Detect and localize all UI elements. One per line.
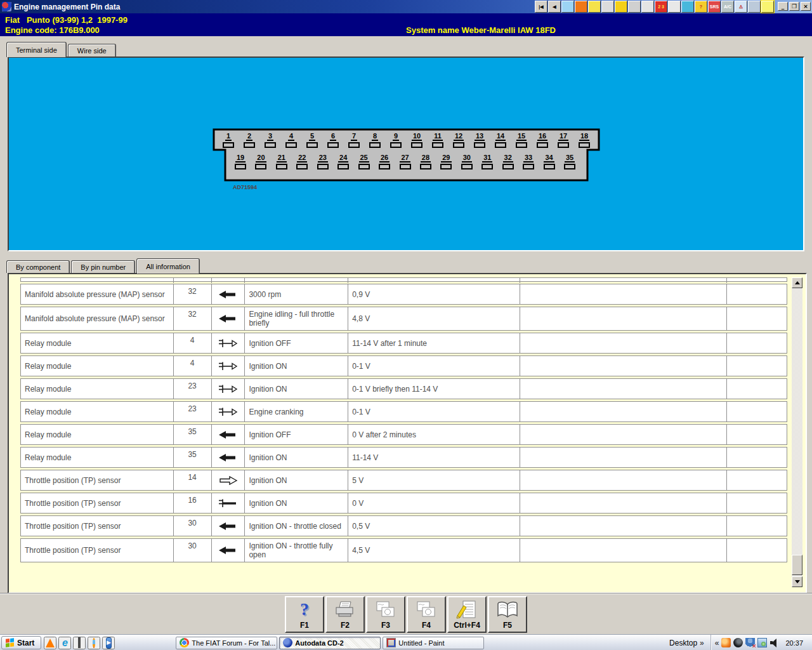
quick-launch-icon[interactable] (88, 637, 100, 649)
tray-icon[interactable] (745, 638, 755, 647)
pin-number: 14 (495, 133, 506, 141)
signal-direction-cell (212, 448, 246, 467)
empty-cell-2 (727, 516, 787, 536)
pin-data-row[interactable]: Relay module 35 (20, 447, 787, 468)
function-key-button[interactable]: ? (447, 596, 487, 633)
pin-slot (276, 164, 287, 169)
tray-icon[interactable] (757, 638, 767, 647)
task-icon (283, 638, 292, 647)
test-equipment-icon[interactable] (601, 1, 614, 13)
quick-launch-icon[interactable]: ▶ (102, 637, 115, 649)
chevron-right-icon[interactable]: » (700, 639, 704, 647)
task-button[interactable]: Autodata CD-2 (279, 637, 381, 649)
component-cell: Relay module (21, 425, 174, 444)
pin-number-cell: 35 (174, 425, 212, 444)
vertical-scrollbar[interactable] (792, 277, 802, 587)
quick-launch-glyph (93, 638, 95, 648)
pin-data-icon[interactable] (761, 1, 774, 13)
firing-order-icon[interactable]: 2 3 (655, 1, 667, 13)
connector-pin: 24 (336, 154, 351, 169)
pin-data-row[interactable]: Manifold absolute pressure (MAP) sensor … (20, 284, 787, 305)
abs-icon[interactable]: ⚠ (735, 1, 747, 13)
pin-number: 1 (225, 133, 232, 141)
pin-number-cell: 30 (174, 539, 212, 562)
scroll-down-button[interactable] (792, 576, 802, 587)
pin-number: 20 (256, 154, 266, 162)
pin-data-row[interactable]: Throttle position (TP) sensor 14 (20, 470, 787, 491)
pin-data-row[interactable]: Throttle position (TP) sensor 16 (20, 493, 787, 514)
switched-output-icon (217, 338, 239, 349)
srs-airbag-icon[interactable]: SRS (708, 1, 721, 13)
restore-button[interactable]: ❐ (789, 2, 799, 11)
pin-number: 18 (579, 133, 589, 141)
quick-launch: e ▶ (44, 637, 115, 649)
pin-data-row[interactable]: Throttle position (TP) sensor 30 (20, 515, 787, 536)
component-cell: Relay module (21, 402, 174, 421)
pin-data-row[interactable]: Relay module 4 (20, 355, 787, 376)
connector-pin: 22 (294, 154, 310, 169)
tray-icon[interactable] (721, 638, 731, 647)
pin-slot (558, 142, 569, 148)
pin-number: 22 (297, 154, 307, 162)
info-tab[interactable]: By component (6, 260, 70, 273)
info-tab[interactable]: By pin number (71, 260, 135, 273)
scrollbar-thumb[interactable] (792, 555, 802, 575)
notes-icon (455, 600, 478, 619)
taskbar-clock: 20:37 (782, 639, 808, 647)
pin-number: 19 (235, 154, 246, 162)
tray-icon[interactable] (733, 638, 743, 647)
view-tab[interactable]: Wire side (68, 44, 116, 56)
scroll-up-button[interactable] (792, 277, 802, 288)
pin-data-row[interactable]: Relay module 23 (20, 378, 787, 399)
function-key-button[interactable]: ? (488, 596, 527, 633)
minimize-button[interactable]: _ (778, 2, 788, 11)
task-button[interactable]: Untitled - Paint (383, 637, 484, 649)
vehicle-header: Fiat Punto (93-99) 1,2 1997-99 Engine co… (0, 13, 812, 36)
quick-launch-icon[interactable] (73, 637, 86, 649)
desktop-toolbar[interactable]: Desktop » (669, 639, 704, 647)
task-button[interactable]: The FIAT Forum - For Tal... (176, 637, 277, 649)
start-button[interactable]: Start (1, 636, 41, 649)
function-key-icon: ? (300, 599, 309, 621)
pin-number: 3 (267, 133, 273, 141)
connector-diagram-panel: 1 2 3 4 (8, 56, 804, 251)
technical-data-icon[interactable] (561, 1, 574, 13)
engine-tuning-icon[interactable] (748, 1, 761, 13)
pin-number: 31 (482, 154, 492, 162)
printer-tool-icon[interactable] (668, 1, 681, 13)
function-key-button[interactable]: ? (366, 596, 405, 633)
aircon-icon[interactable]: A/C (721, 1, 734, 13)
engine-management-icon[interactable] (588, 1, 601, 13)
pin-data-row[interactable]: Relay module 4 (20, 333, 787, 354)
repair-times-icon[interactable] (615, 1, 627, 13)
chevron-left-icon[interactable]: « (715, 639, 719, 647)
pin-data-row[interactable]: Throttle position (TP) sensor 30 (20, 538, 787, 562)
function-key-button[interactable]: ? (285, 596, 324, 633)
quick-launch-icon[interactable]: e (58, 637, 71, 649)
troubleshooter-icon[interactable]: ? (695, 1, 707, 13)
spark-plug-icon[interactable] (641, 1, 654, 13)
input-arrow-icon (217, 521, 239, 532)
task-label: Autodata CD-2 (295, 639, 343, 647)
function-key-label: F3 (381, 621, 390, 630)
pin-data-panel: Manifold absolute pressure (MAP) sensor … (8, 273, 807, 594)
key-programming-icon[interactable] (681, 1, 694, 13)
nav-first-icon[interactable]: |◀ (535, 1, 547, 13)
pin-number-cell (174, 278, 212, 283)
images-icon (415, 600, 438, 619)
close-button[interactable]: × (801, 2, 811, 11)
connector-pin: 4 (284, 133, 299, 148)
info-tab[interactable]: All information (136, 258, 200, 274)
brakes-icon[interactable] (628, 1, 641, 13)
tray-icon[interactable] (769, 638, 779, 647)
service-schedules-icon[interactable] (575, 1, 587, 13)
function-key-button[interactable]: ? (325, 596, 365, 633)
function-key-button[interactable]: ? (407, 596, 446, 633)
quick-launch-icon[interactable] (44, 637, 56, 649)
pin-data-row[interactable]: Manifold absolute pressure (MAP) sensor … (20, 307, 787, 331)
component-cell: Relay module (21, 448, 174, 467)
pin-data-row[interactable]: Relay module 35 (20, 424, 787, 445)
nav-back-icon[interactable]: ◀ (548, 1, 561, 13)
view-tab[interactable]: Terminal side (6, 42, 67, 57)
pin-data-row[interactable]: Relay module 23 (20, 401, 787, 422)
